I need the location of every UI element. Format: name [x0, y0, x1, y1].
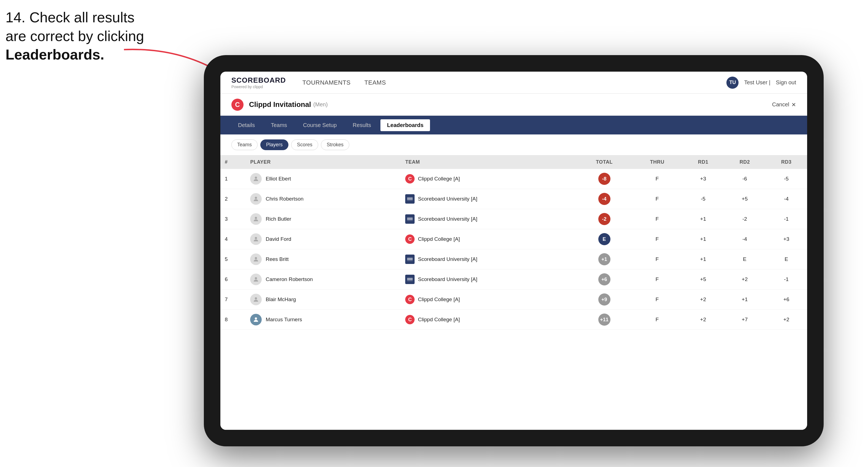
svg-point-10: [255, 237, 257, 239]
player-avatar: [250, 173, 262, 185]
cell-rd1: +2: [682, 289, 724, 310]
cell-rank: 7: [220, 289, 246, 310]
filter-strokes[interactable]: Strokes: [321, 139, 349, 150]
cell-rank: 8: [220, 310, 246, 330]
cell-rd2: +7: [724, 310, 766, 330]
top-nav: SCOREBOARD Powered by clippd TOURNAMENTS…: [220, 72, 807, 94]
player-name: Rich Butler: [266, 216, 291, 222]
player-avatar: [250, 253, 262, 265]
cell-rd1: -5: [682, 189, 724, 209]
team-name: Clippd College [A]: [418, 317, 460, 323]
team-name: Scoreboard University [A]: [418, 196, 477, 202]
filter-scores[interactable]: Scores: [291, 139, 318, 150]
cell-rd3: -4: [766, 189, 807, 209]
logo-text: SCOREBOARD: [231, 76, 286, 85]
team-logo-sb: [405, 255, 414, 264]
cell-total: +6: [577, 270, 632, 289]
sub-nav: Details Teams Course Setup Results Leade…: [220, 116, 807, 134]
player-name: Blair McHarg: [266, 297, 296, 303]
table-row: 4David FordCClippd College [A]EF+1-4+3: [220, 229, 807, 249]
cell-rd2: -6: [724, 169, 766, 189]
cell-total: -4: [577, 189, 632, 209]
team-name: Clippd College [A]: [418, 297, 460, 303]
tournament-logo: C: [231, 99, 244, 111]
cell-rank: 4: [220, 229, 246, 249]
player-name: Cameron Robertson: [266, 276, 313, 282]
filter-players[interactable]: Players: [260, 139, 288, 150]
team-name: Clippd College [A]: [418, 176, 460, 182]
leaderboard-table: # PLAYER TEAM TOTAL THRU RD1 RD2 RD3 1El…: [220, 155, 807, 330]
tab-results[interactable]: Results: [346, 119, 378, 131]
tab-teams[interactable]: Teams: [264, 119, 293, 131]
cell-rd2: +2: [724, 270, 766, 289]
cell-total: -8: [577, 169, 632, 189]
col-player: PLAYER: [246, 155, 401, 169]
cell-team: CClippd College [A]: [401, 310, 576, 330]
tab-course-setup[interactable]: Course Setup: [297, 119, 343, 131]
team-logo-c: C: [405, 174, 414, 184]
team-logo-c: C: [405, 315, 414, 324]
cell-team: CClippd College [A]: [401, 289, 576, 310]
col-team: TEAM: [401, 155, 576, 169]
cell-rd1: +2: [682, 310, 724, 330]
cell-team: CClippd College [A]: [401, 169, 576, 189]
tab-details[interactable]: Details: [231, 119, 261, 131]
cell-team: CClippd College [A]: [401, 229, 576, 249]
signout-link[interactable]: Sign out: [776, 79, 796, 86]
cell-rd3: -1: [766, 270, 807, 289]
player-avatar: [250, 193, 262, 205]
nav-links: TOURNAMENTS TEAMS: [303, 78, 727, 88]
tab-leaderboards[interactable]: Leaderboards: [380, 119, 430, 131]
table-row: 7Blair McHargCClippd College [A]+9F+2+1+…: [220, 289, 807, 310]
cell-rd3: +6: [766, 289, 807, 310]
cell-player: Chris Robertson: [246, 189, 401, 209]
nav-tournaments[interactable]: TOURNAMENTS: [303, 78, 351, 88]
cell-rd2: -2: [724, 209, 766, 229]
cell-rank: 2: [220, 189, 246, 209]
instruction-line1: 14. Check all results: [5, 9, 134, 25]
player-avatar: [250, 213, 262, 225]
tournament-title: Clippd Invitational: [249, 100, 311, 109]
instruction-line2: are correct by clicking: [5, 28, 144, 44]
team-logo-sb: [405, 275, 414, 284]
svg-rect-12: [407, 257, 413, 261]
cell-rd1: +3: [682, 169, 724, 189]
cell-total: -2: [577, 209, 632, 229]
cell-rank: 6: [220, 270, 246, 289]
svg-rect-7: [407, 217, 413, 221]
player-name: Elliot Ebert: [266, 176, 291, 182]
logo-area: SCOREBOARD Powered by clippd: [231, 76, 286, 89]
player-avatar: [250, 234, 262, 245]
table-header-row: # PLAYER TEAM TOTAL THRU RD1 RD2 RD3: [220, 155, 807, 169]
cell-team: Scoreboard University [A]: [401, 249, 576, 270]
player-avatar: [250, 314, 262, 325]
cell-thru: F: [632, 209, 682, 229]
svg-point-1: [255, 177, 257, 179]
cell-rd2: -4: [724, 229, 766, 249]
tournament-subtitle: (Men): [313, 101, 328, 108]
player-name: Chris Robertson: [266, 196, 303, 202]
player-name: David Ford: [266, 236, 291, 242]
cell-thru: F: [632, 289, 682, 310]
team-name: Scoreboard University [A]: [418, 256, 477, 262]
filter-teams[interactable]: Teams: [231, 139, 257, 150]
cell-total: +1: [577, 249, 632, 270]
svg-point-11: [255, 257, 257, 259]
instruction-line3: Leaderboards.: [5, 46, 104, 63]
svg-rect-3: [407, 197, 413, 201]
cell-team: Scoreboard University [A]: [401, 270, 576, 289]
cell-team: Scoreboard University [A]: [401, 189, 576, 209]
cell-total: +11: [577, 310, 632, 330]
cell-rd1: +5: [682, 270, 724, 289]
player-name: Marcus Turners: [266, 317, 302, 323]
cell-rd3: +3: [766, 229, 807, 249]
cancel-button[interactable]: Cancel ✕: [772, 101, 796, 108]
nav-teams[interactable]: TEAMS: [365, 78, 386, 88]
cell-player: Rich Butler: [246, 209, 401, 229]
cell-player: Marcus Turners: [246, 310, 401, 330]
nav-user-label: Test User |: [744, 79, 770, 86]
cell-player: Elliot Ebert: [246, 169, 401, 189]
svg-point-15: [255, 277, 257, 279]
player-name: Rees Britt: [266, 256, 288, 262]
cell-thru: F: [632, 249, 682, 270]
